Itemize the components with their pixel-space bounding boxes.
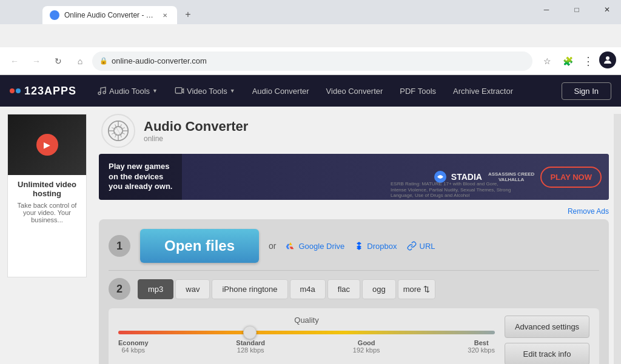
quality-standard: Standard 128 kbps	[236, 339, 265, 354]
remove-ads-link[interactable]: Remove Ads	[99, 207, 609, 216]
url-link[interactable]: URL	[407, 241, 435, 251]
sign-in-button[interactable]: Sign In	[562, 82, 611, 100]
step1-number: 1	[109, 235, 130, 257]
nav-audio-tools[interactable]: Audio Tools ▼	[89, 75, 166, 107]
quality-slider-track	[118, 331, 495, 334]
app-header: Audio Converter online	[99, 114, 609, 148]
menu-button[interactable]: ⋮	[579, 51, 598, 71]
url-icon	[407, 241, 417, 251]
video-tools-arrow: ▼	[230, 88, 235, 94]
nav-audio-converter[interactable]: Audio Converter	[244, 75, 318, 107]
dropbox-icon	[354, 241, 364, 251]
center-content: Audio Converter online Play new games on…	[94, 114, 614, 364]
dropbox-link[interactable]: Dropbox	[354, 241, 397, 251]
logo-text: 123APPS	[24, 85, 76, 98]
app-title-block: Audio Converter online	[144, 119, 248, 143]
app-logo	[101, 114, 135, 148]
quality-slider-thumb[interactable]	[243, 326, 257, 339]
quality-main: Quality Economy 64 kbps	[118, 316, 495, 354]
quality-economy: Economy 64 kbps	[118, 339, 149, 354]
logo[interactable]: 123APPS	[10, 85, 76, 98]
new-tab-button[interactable]: +	[180, 6, 196, 23]
quality-title: Quality	[118, 316, 495, 325]
nav-video-converter[interactable]: Video Converter	[318, 75, 392, 107]
lock-icon: 🔒	[99, 57, 108, 65]
maximize-button[interactable]: □	[563, 0, 591, 19]
svg-point-1	[606, 56, 609, 60]
tab-title: Online Audio Converter - Conve...	[64, 11, 155, 19]
address-bar-row: ← → ↻ ⌂ 🔒 online-audio-converter.com ☆ 🧩…	[0, 47, 621, 75]
logo-dots	[10, 88, 21, 93]
address-text: online-audio-converter.com	[112, 56, 525, 65]
quality-section: Quality Economy 64 kbps	[109, 308, 599, 364]
quality-slider-container	[118, 331, 495, 334]
tab-close-button[interactable]: ✕	[160, 10, 170, 20]
more-formats-arrow: ⇅	[423, 285, 430, 294]
svg-marker-5	[182, 89, 184, 93]
minimize-button[interactable]: ─	[532, 0, 560, 19]
more-formats-select[interactable]: more ⇅	[398, 279, 436, 299]
page-content: 123APPS Audio Tools ▼ Video Tools ▼ Audi…	[0, 75, 621, 364]
app-title: Audio Converter	[144, 119, 248, 134]
svg-rect-4	[175, 88, 182, 93]
profile-avatar[interactable]	[599, 51, 616, 68]
ad-banner: Play new games on the devices you alread…	[99, 154, 609, 200]
format-tabs: mp3 wav iPhone ringtone m4a flac ogg mor…	[138, 279, 435, 299]
forward-button[interactable]: →	[27, 51, 46, 71]
app-subtitle: online	[144, 134, 248, 143]
nav-video-tools[interactable]: Video Tools ▼	[166, 75, 244, 107]
tab-favicon	[50, 10, 59, 20]
svg-point-2	[98, 92, 101, 94]
refresh-button[interactable]: ↻	[49, 51, 68, 71]
address-bar[interactable]: 🔒 online-audio-converter.com	[92, 51, 532, 71]
ad-text-block: Play new games on the devices you alread…	[99, 156, 182, 199]
svg-point-3	[103, 91, 106, 94]
close-button[interactable]: ✕	[593, 0, 621, 19]
bookmark-button[interactable]: ☆	[537, 51, 557, 71]
sidebar-ad-play-icon: ▶	[36, 134, 58, 156]
stadia-logo: STADIA	[451, 172, 482, 182]
edit-track-info-button[interactable]: Edit track info	[505, 343, 589, 364]
google-drive-link[interactable]: Google Drive	[286, 241, 344, 251]
extensions-button[interactable]: 🧩	[558, 51, 577, 71]
format-tab-flac[interactable]: flac	[327, 279, 360, 299]
google-drive-icon	[286, 241, 295, 251]
converter-box: 1 Open files or Google Drive Dropbox URL	[99, 219, 609, 364]
quality-labels: Economy 64 kbps Standard 128 kbps Good 1…	[118, 339, 495, 354]
home-button[interactable]: ⌂	[70, 51, 90, 71]
or-text: or	[269, 241, 276, 251]
browser-tab[interactable]: Online Audio Converter - Conve... ✕	[42, 6, 177, 24]
sidebar-ad-text: Take back control of your video. Your bu…	[8, 198, 86, 227]
sidebar-ad-title: Unlimited video hosting	[8, 175, 86, 198]
format-tab-m4a[interactable]: m4a	[290, 279, 326, 299]
nav-archive-extractor[interactable]: Archive Extractor	[445, 75, 522, 107]
step-divider	[109, 270, 599, 271]
format-tab-iphone-ringtone[interactable]: iPhone ringtone	[212, 279, 287, 299]
step2-row: 2 mp3 wav iPhone ringtone m4a flac ogg m…	[109, 278, 599, 300]
format-tab-mp3[interactable]: mp3	[138, 279, 173, 299]
step2-number: 2	[109, 278, 130, 300]
back-button[interactable]: ←	[5, 51, 24, 71]
quality-good: Good 192 kbps	[353, 339, 380, 354]
esrb-text: ESRB Rating: MATURE 17+ with Blood and G…	[391, 181, 512, 199]
open-files-button[interactable]: Open files	[140, 229, 259, 263]
ad-text: Play new games on the devices you alread…	[109, 162, 172, 193]
format-tab-wav[interactable]: wav	[175, 279, 210, 299]
logo-dot-blue	[16, 88, 21, 93]
advanced-settings-button[interactable]: Advanced settings	[505, 316, 589, 338]
main-content: ▶ Unlimited video hosting Take back cont…	[0, 107, 621, 364]
right-scrollbar[interactable]	[614, 114, 621, 364]
toolbar-icons: ☆ 🧩 ⋮	[537, 51, 616, 71]
logo-dot-red	[10, 88, 15, 93]
title-bar: Online Audio Converter - Conve... ✕ + ─ …	[0, 0, 621, 24]
step1-row: 1 Open files or Google Drive Dropbox URL	[109, 229, 599, 263]
quality-actions: Advanced settings Edit track info	[505, 316, 589, 364]
audio-tools-arrow: ▼	[152, 88, 158, 94]
quality-best: Best 320 kbps	[468, 339, 495, 354]
nav-pdf-tools[interactable]: PDF Tools	[391, 75, 445, 107]
format-tab-ogg[interactable]: ogg	[362, 279, 396, 299]
svg-point-0	[52, 12, 58, 18]
sidebar-advertisement: ▶ Unlimited video hosting Take back cont…	[7, 114, 87, 277]
browser-chrome: Online Audio Converter - Conve... ✕ + ─ …	[0, 0, 621, 75]
play-now-button[interactable]: PLAY NOW	[540, 167, 602, 188]
